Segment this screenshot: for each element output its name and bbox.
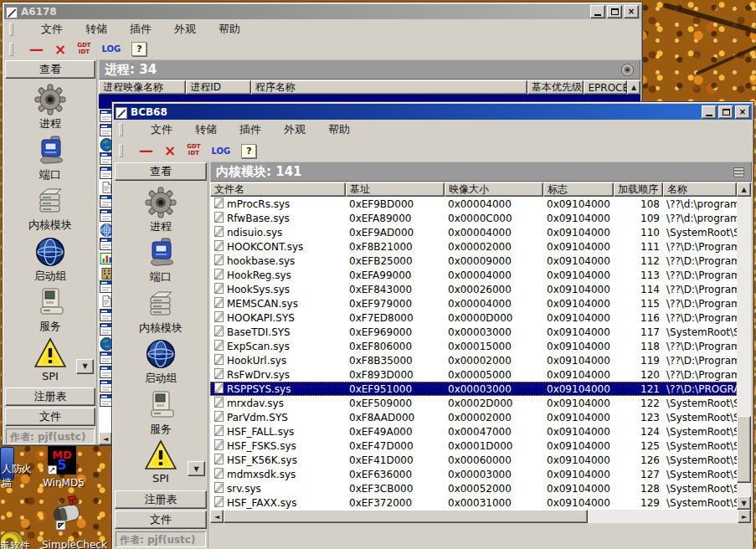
sidebar-item-startup[interactable]: 启动组 [4,236,96,284]
column-header-3[interactable]: 程序名称 [251,80,527,95]
table-row[interactable]: ParVdm.SYS0xF8AAD0000x000020000x09104000… [210,410,737,424]
sidebar-item-modules[interactable]: 内核模块 [114,288,208,336]
toolbar-minus-button[interactable]: — [29,41,44,58]
column-header-2[interactable]: 基址 [346,182,445,197]
maximize-button[interactable] [718,105,733,119]
table-row[interactable]: HookUrl.sys0xF8B350000x000020000x0910400… [210,353,737,367]
table-row[interactable]: hookbase.sys0xEFB250000x000090000x091040… [210,254,737,268]
table-row[interactable]: MEMSCAN.sys0xEF9790000x000040000x0910400… [210,296,737,310]
table-row[interactable]: HookReg.sys0xEFA990000x000040000x0910400… [210,268,737,282]
minimize-button[interactable] [702,105,717,119]
menu-help[interactable]: 帮助 [328,122,350,137]
column-header-4[interactable]: 基本优先级 [527,80,584,95]
table-row[interactable]: mrxdav.sys0xEF5090000x0002D0000x09104000… [210,396,737,410]
sidebar-item-process[interactable]: 进程 [4,84,96,131]
files-button[interactable]: 文件 [5,408,95,426]
sidebar-item-services[interactable]: 服务 [114,389,208,437]
scroll-right-button[interactable]: ► [738,510,751,523]
sidebar-item-modules[interactable]: 内核模块 [4,185,96,233]
column-header-1[interactable]: 进程映像名称 [99,80,186,95]
desktop-icon-label-simplecheck[interactable]: SimpleCheck [42,539,107,549]
table-row[interactable]: HSF_FAXX.sys0xEF3720000x000310000x091040… [210,495,737,510]
mailbox-desktop-icon[interactable] [49,494,87,532]
table-row[interactable]: HSF_FALL.sys0xEF49A0000x000470000x091040… [210,424,737,439]
table-row[interactable]: HOOKAPI.SYS0xF7ED80000x0000D0000x0910400… [210,310,737,325]
column-header-2[interactable]: 进程ID [186,80,250,95]
menu-file[interactable]: 文件 [151,122,172,137]
table-row[interactable]: BaseTDI.SYS0xEF9690000x000030000x0910400… [210,325,737,339]
toolbar-grip[interactable] [119,123,123,136]
kernel-modules-table[interactable]: mProcRs.sys0xEF9BD0000x000040000x0910400… [210,197,737,510]
scroll-left-button[interactable]: ◄ [210,510,224,523]
column-header-5[interactable]: EPROCESS [584,80,627,95]
table-row[interactable]: srv.sys0xEF3CB0000x000520000x09104000128… [210,481,737,495]
scroll-track[interactable] [737,197,751,496]
menu-appearance[interactable]: 外观 [284,122,306,137]
menu-help[interactable]: 帮助 [219,22,240,37]
menu-file[interactable]: 文件 [41,22,63,37]
table-row[interactable]: HSF_K56K.sys0xEF41D0000x000600000x091040… [210,453,737,467]
desktop-icon-label-partial[interactable]: 毒软件 [0,539,30,549]
table-row[interactable]: HSF_FSKS.sys0xEF47D0000x0001D0000x091040… [210,439,737,453]
table-row[interactable]: mdmxsdk.sys0xEF6360000x000030000x0910400… [210,467,737,481]
column-header-4[interactable]: 标志 [543,182,614,197]
scroll-down-button[interactable]: ▼ [737,496,751,510]
close-button[interactable]: × [624,5,639,18]
table-row[interactable]: RfwBase.sys0xEFA890000x0000C0000x0910400… [210,211,737,225]
sidebar-item-process[interactable]: 进程 [114,187,208,234]
toolbar-close-button[interactable]: × [164,142,176,159]
sidebar-item-spi[interactable]: SPI▼ [4,337,96,382]
menu-dump[interactable]: 转储 [195,122,217,137]
minimize-button[interactable] [590,5,605,18]
sidebar-item-services[interactable]: 服务 [4,286,96,334]
maximize-button[interactable] [607,5,622,18]
gdt-idt-button[interactable]: GDT IDT [77,43,90,55]
help-button[interactable]: ? [241,144,256,158]
column-header-1[interactable]: 文件名 [210,182,346,197]
scroll-up-button[interactable]: ▲ [627,80,640,95]
view-button[interactable]: 查看 [115,162,207,181]
table-row[interactable]: ExpScan.sys0xEF8060000x000150000x0910400… [210,339,737,353]
toolbar-grip[interactable] [9,43,13,56]
column-header-3[interactable]: 映像大小 [445,182,543,197]
toolbar-grip[interactable] [9,23,13,36]
registry-button[interactable]: 注册表 [115,490,207,509]
column-header-6[interactable]: 名称 [663,182,737,197]
log-button[interactable]: LOG [212,146,231,156]
toolbar-grip[interactable] [119,144,123,157]
toolbar-close-button[interactable]: × [54,41,66,58]
titlebar[interactable]: BCB68 × [114,104,752,120]
table-row[interactable]: ndisuio.sys0xEF9AD0000x000040000x0910400… [210,225,737,239]
table-row[interactable]: mProcRs.sys0xEF9BD0000x000040000x0910400… [210,197,737,211]
menu-appearance[interactable]: 外观 [174,22,196,37]
titlebar[interactable]: A6178 × [4,4,640,19]
modules-vertical-scrollbar[interactable]: ▲ ▼ [737,182,751,510]
modules-horizontal-scrollbar[interactable]: ◄ ► [210,510,751,523]
scroll-track[interactable] [224,510,738,523]
sidebar-item-spi[interactable]: SPI▼ [114,439,208,485]
files-button[interactable]: 文件 [115,511,207,529]
help-button[interactable]: ? [131,42,147,56]
view-button[interactable]: 查看 [5,60,95,79]
gdt-idt-button[interactable]: GDT IDT [187,144,200,156]
desktop-icon-label-firewall[interactable]: 人防火 墙 [2,462,32,490]
table-row[interactable]: RSPPSYS.sys0xEF9510000x000030000x0910400… [210,382,737,396]
scroll-up-button[interactable]: ▲ [737,182,751,197]
menu-dump[interactable]: 转储 [85,22,107,37]
table-row[interactable]: HookSys.sys0xEF8430000x000260000x0910400… [210,282,737,296]
menu-plugin[interactable]: 插件 [130,22,152,37]
toolbar-minus-button[interactable]: — [139,142,153,159]
sidebar-item-ports[interactable]: 端口 [114,237,208,285]
scroll-thumb[interactable] [737,416,751,483]
scroll-left-button[interactable]: ◄ [99,432,112,445]
registry-button[interactable]: 注册表 [5,387,95,406]
spi-dropdown-button[interactable]: ▼ [76,359,94,374]
winmd5-desktop-icon[interactable]: MD 5 ↗ [48,446,76,475]
desktop-icon-label-winmd5[interactable]: WinMD5 [43,477,85,489]
scroll-thumb[interactable] [224,510,588,523]
spi-dropdown-button[interactable]: ▼ [188,461,205,476]
log-button[interactable]: LOG [102,44,121,54]
table-row[interactable]: RsFwDrv.sys0xF893D0000x000050000x0910400… [210,367,737,382]
sidebar-item-startup[interactable]: 启动组 [114,338,208,386]
sidebar-item-ports[interactable]: 端口 [4,135,96,182]
